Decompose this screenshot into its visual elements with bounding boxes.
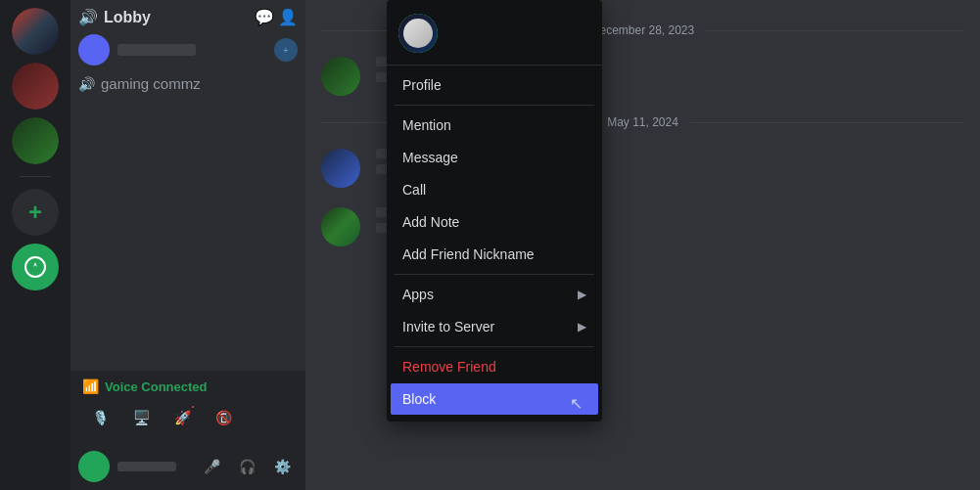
voice-channel-icon-2: 🔊 <box>78 76 95 92</box>
cursor-indicator: ↖ <box>570 394 583 413</box>
ctx-separator-3 <box>395 346 594 347</box>
screen-icon: 🖥️ <box>133 410 150 425</box>
divider <box>20 176 51 177</box>
mic-toggle-button[interactable]: 🎤 <box>196 451 227 482</box>
ctx-block-label: Block <box>402 391 436 407</box>
server-icon-3[interactable] <box>12 117 59 164</box>
ctx-item-add-friend-nickname[interactable]: Add Friend Nickname <box>391 239 598 270</box>
context-menu: Profile Mention Message Call Add Note Ad… <box>387 0 602 422</box>
svg-marker-1 <box>33 262 37 267</box>
user-name-placeholder <box>117 462 176 471</box>
screen-share-button[interactable]: 🖥️ <box>123 400 159 435</box>
ctx-item-invite-to-server[interactable]: Invite to Server ▶ <box>391 311 598 342</box>
add-user-btn[interactable]: + <box>274 38 298 62</box>
settings-icon: ⚙️ <box>274 459 291 474</box>
voice-user-avatar-1 <box>78 34 110 66</box>
channel-sidebar: 🔊 Lobby 💬 👤 + 🔊 gaming commz 📶 Voice Con… <box>70 0 305 490</box>
ctx-item-add-note[interactable]: Add Note <box>391 206 598 238</box>
notification-dot <box>190 404 196 410</box>
ctx-separator-2 <box>395 274 594 275</box>
add-server-button[interactable]: + <box>12 189 59 236</box>
server-sidebar: + <box>0 0 70 490</box>
voice-user-name-1 <box>117 44 196 56</box>
chat-icon: 💬 <box>255 8 274 26</box>
ctx-separator-1 <box>395 105 594 106</box>
ctx-item-mention[interactable]: Mention <box>391 110 598 141</box>
headset-icon: 🎧 <box>239 459 256 474</box>
signal-icon: 📶 <box>82 379 99 394</box>
ctx-item-profile[interactable]: Profile <box>391 69 598 101</box>
headset-toggle-button[interactable]: 🎧 <box>231 451 262 482</box>
user-panel: 🎤 🎧 ⚙️ <box>70 443 305 490</box>
user-settings-button[interactable]: ⚙️ <box>266 451 298 482</box>
voice-channel-icon: 🔊 <box>78 8 98 26</box>
ctx-invite-label: Invite to Server <box>402 319 494 334</box>
channel-gaming-commz[interactable]: 🔊 gaming commz <box>70 69 305 98</box>
msg-avatar-3 <box>321 207 360 246</box>
ctx-invite-chevron: ▶ <box>578 320 586 334</box>
user-info <box>78 451 176 482</box>
ctx-avatar <box>398 14 438 53</box>
lobby-channel-header: 🔊 Lobby 💬 👤 <box>70 0 305 30</box>
ctx-call-label: Call <box>402 182 426 198</box>
ctx-add-note-label: Add Note <box>402 214 459 230</box>
ctx-remove-friend-label: Remove Friend <box>402 359 496 375</box>
voice-connected-label: 📶 Voice Connected <box>82 379 294 394</box>
leave-call-button[interactable]: 📵 <box>206 400 241 435</box>
rocket-icon: 🚀 <box>174 410 191 425</box>
user-panel-controls: 🎤 🎧 ⚙️ <box>196 451 298 482</box>
voice-controls: 🎙️ 🖥️ 🚀 📵 <box>82 400 294 435</box>
server-icon-1[interactable] <box>12 8 59 55</box>
phone-leave-icon: 📵 <box>215 410 232 425</box>
user-avatar <box>78 451 110 482</box>
mic-icon: 🎤 <box>204 459 220 474</box>
server-icon-2[interactable] <box>12 63 59 110</box>
add-member-icon: 👤 <box>278 8 298 26</box>
ctx-item-apps[interactable]: Apps ▶ <box>391 279 598 310</box>
activity-button[interactable]: 🚀 <box>164 400 200 435</box>
mute-slash-icon: 🎙️ <box>92 410 109 425</box>
compass-icon <box>23 255 47 279</box>
voice-user-1[interactable]: + <box>70 30 305 69</box>
date-label-may: May 11, 2024 <box>607 115 678 129</box>
ctx-item-call[interactable]: Call <box>391 174 598 205</box>
mute-button[interactable]: 🎙️ <box>82 400 117 435</box>
ctx-profile-label: Profile <box>402 77 442 93</box>
date-label-dec: December 28, 2023 <box>591 23 694 37</box>
ctx-item-remove-friend[interactable]: Remove Friend <box>391 351 598 382</box>
lobby-label: Lobby <box>104 9 151 26</box>
ctx-item-message[interactable]: Message <box>391 142 598 173</box>
channel-gaming-commz-label: gaming commz <box>101 75 201 92</box>
ctx-item-block[interactable]: Block ↖ <box>391 383 598 415</box>
ctx-add-friend-nickname-label: Add Friend Nickname <box>402 246 535 262</box>
svg-point-0 <box>25 257 45 277</box>
msg-avatar-1 <box>321 57 360 96</box>
ctx-apps-chevron: ▶ <box>578 288 586 301</box>
ctx-message-label: Message <box>402 150 458 165</box>
msg-avatar-2 <box>321 149 360 188</box>
context-menu-avatar-section <box>387 6 602 66</box>
discover-servers-button[interactable] <box>12 244 59 290</box>
lobby-header-icons: 💬 👤 <box>255 8 298 26</box>
sidebar-spacer <box>70 98 305 371</box>
ctx-mention-label: Mention <box>402 117 451 133</box>
ctx-apps-label: Apps <box>402 287 434 302</box>
voice-connected-bar: 📶 Voice Connected 🎙️ 🖥️ 🚀 📵 <box>70 371 305 443</box>
